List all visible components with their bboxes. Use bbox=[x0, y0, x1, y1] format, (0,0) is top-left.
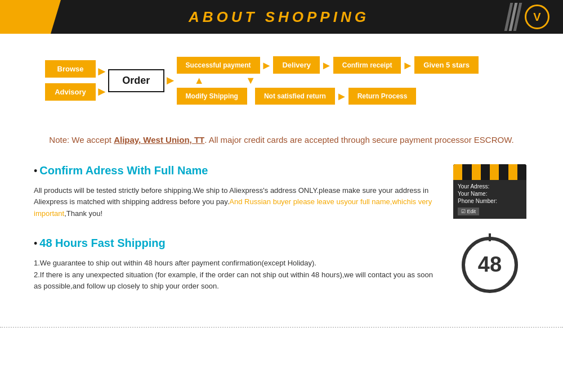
note-prefix: Note: We accept bbox=[49, 135, 114, 145]
confirm-address-body: All products will be tested strictly bef… bbox=[34, 185, 439, 220]
return-process-box: Return Process bbox=[348, 88, 417, 105]
confirm-address-orange: And Russian buyer please leave usyour fu… bbox=[34, 197, 432, 218]
clap-stripe-3 bbox=[472, 164, 481, 180]
fast-shipping-body: 1.We guarantee to ship out within 48 hou… bbox=[34, 258, 439, 292]
fast-shipping-heading: 48 Hours Fast Shipping bbox=[39, 237, 165, 250]
flow-diagram-section: Browse Advisory ► ► Order ► Successful p… bbox=[0, 34, 563, 121]
header-title: ABOUT SHOPPING bbox=[51, 8, 507, 26]
order-box: Order bbox=[108, 69, 164, 92]
modify-shipping-box: Modify Shipping bbox=[177, 88, 247, 105]
clock-tick bbox=[489, 233, 491, 241]
clap-stripe-2 bbox=[462, 164, 471, 180]
bullet-1: • bbox=[34, 165, 37, 177]
clap-stripe-6 bbox=[499, 164, 508, 180]
confirm-receipt-box: Confirm receipt bbox=[333, 57, 401, 74]
confirm-address-text: • Confirm Adress With Full Name All prod… bbox=[34, 164, 439, 220]
given-5-stars-box: Given 5 stars bbox=[414, 56, 479, 74]
note-section: Note: We accept Alipay, West Union, TT. … bbox=[0, 121, 563, 159]
arrow-nsr-rp: ► bbox=[336, 91, 347, 102]
bullet-2: • bbox=[34, 238, 37, 250]
header-logo: V bbox=[525, 4, 549, 29]
hours-number: 48 bbox=[478, 253, 502, 277]
clap-phone-label: Phone Number: bbox=[458, 198, 522, 204]
arrow-up-sp: ▲ bbox=[194, 75, 204, 87]
clap-stripe-7 bbox=[508, 164, 517, 180]
info-section: • Confirm Adress With Full Name All prod… bbox=[0, 159, 563, 316]
header: ABOUT SHOPPING V bbox=[0, 0, 563, 34]
arrow-order-right: ► bbox=[164, 73, 177, 88]
bottom-border bbox=[0, 327, 563, 328]
confirm-address-heading: Confirm Adress With Full Name bbox=[39, 164, 208, 177]
note-highlighted: Alipay, West Union, TT bbox=[114, 135, 204, 145]
successful-payment-box: Successful payment bbox=[177, 57, 260, 74]
clap-name-label: Your Name: bbox=[458, 191, 522, 197]
clap-body: Your Adress: Your Name: Phone Number: ☑ … bbox=[453, 180, 526, 219]
fast-shipping-item: • 48 Hours Fast Shipping 1.We guarantee … bbox=[34, 237, 529, 293]
arrow-browse-order: ► bbox=[96, 64, 108, 79]
header-yellow-accent bbox=[0, 0, 51, 34]
arrow-d-cr: ► bbox=[321, 60, 332, 71]
arrow-advisory-order: ► bbox=[96, 84, 108, 99]
fast-shipping-text: • 48 Hours Fast Shipping 1.We guarantee … bbox=[34, 237, 439, 292]
hours48-icon-container: 48 bbox=[450, 237, 529, 293]
clap-stripe-1 bbox=[453, 164, 462, 180]
clap-stripe-4 bbox=[481, 164, 490, 180]
clap-edit-button[interactable]: ☑ Edit bbox=[458, 208, 479, 215]
advisory-box: Advisory bbox=[45, 83, 96, 101]
note-suffix: . All major credit cards are accepted th… bbox=[204, 135, 513, 145]
confirm-address-item: • Confirm Adress With Full Name All prod… bbox=[34, 164, 529, 220]
arrow-sp-d: ► bbox=[261, 60, 272, 71]
arrow-cr-gs: ► bbox=[402, 60, 413, 71]
not-satisfied-return-box: Not satisfied return bbox=[255, 88, 335, 105]
delivery-box: Delivery bbox=[273, 56, 320, 74]
hours48-icon: 48 bbox=[462, 237, 518, 293]
clap-address-label: Your Adress: bbox=[458, 183, 522, 190]
clap-stripes bbox=[453, 164, 526, 180]
arrow-down-delivery: ▼ bbox=[245, 75, 256, 87]
clap-stripe-8 bbox=[517, 164, 526, 180]
clap-top bbox=[453, 164, 526, 180]
clap-stripe-5 bbox=[490, 164, 499, 180]
browse-box: Browse bbox=[45, 60, 96, 78]
clapperboard-icon: Your Adress: Your Name: Phone Number: ☑ … bbox=[453, 164, 526, 218]
clapperboard-icon-container: Your Adress: Your Name: Phone Number: ☑ … bbox=[450, 164, 529, 218]
